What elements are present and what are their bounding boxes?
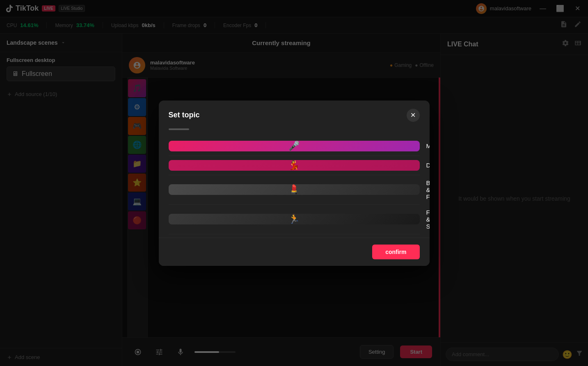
modal-close-button[interactable]: ✕ <box>407 109 420 122</box>
modal-body: 🎤 Music 💃 Dance 💄 Beauty & Fashion 🏃 <box>159 128 430 238</box>
topic-item-music[interactable]: 🎤 Music <box>169 137 420 156</box>
topic-label-beauty: Beauty & Fashion <box>426 179 430 200</box>
topic-label-dance: Dance <box>426 162 430 169</box>
topic-item-fitness[interactable]: 🏃 Fitness & Sports <box>169 205 420 234</box>
topic-item-beauty[interactable]: 💄 Beauty & Fashion <box>169 175 420 205</box>
topic-thumb-beauty: 💄 <box>169 184 420 195</box>
topic-label-fitness: Fitness & Sports <box>426 209 430 230</box>
search-bar-indicator <box>169 128 189 130</box>
set-topic-modal: Set topic ✕ 🎤 Music 💃 Dance 💄 <box>159 101 430 266</box>
modal-overlay[interactable]: Set topic ✕ 🎤 Music 💃 Dance 💄 <box>0 0 588 366</box>
topic-thumb-fitness: 🏃 <box>169 214 420 224</box>
modal-title: Set topic <box>169 111 200 119</box>
modal-header: Set topic ✕ <box>159 101 430 128</box>
confirm-button[interactable]: confirm <box>372 245 419 259</box>
modal-footer: confirm <box>159 238 430 266</box>
topic-thumb-dance: 💃 <box>169 160 420 171</box>
topic-thumb-music: 🎤 <box>169 141 420 151</box>
topic-label-music: Music <box>426 142 430 149</box>
topic-item-dance[interactable]: 💃 Dance <box>169 156 420 175</box>
